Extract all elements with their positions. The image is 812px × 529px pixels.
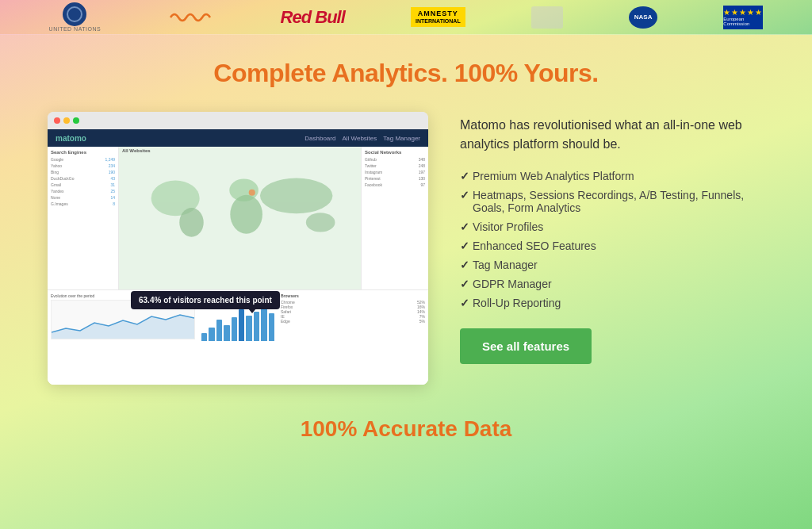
bottom-section: 100% Accurate Data	[0, 401, 812, 442]
social-networks-title: Social Networks	[365, 150, 425, 155]
browser-titlebar	[48, 112, 428, 129]
amnesty-box: AMNESTY INTERNATIONAL	[411, 7, 465, 27]
squiggle-icon	[167, 6, 214, 29]
sidebar-row-gmail: Gmail31	[51, 182, 115, 188]
check-icon-0: ✓	[460, 170, 469, 182]
feature-item-6: ✓ Roll-Up Reporting	[460, 293, 764, 312]
sidebar-row-yahoo: Yahoo234	[51, 163, 115, 169]
browser-stats: Browsers Chrome52% Firefox16% Safari14% …	[278, 290, 428, 385]
sidebar-row-google: Google1,249	[51, 156, 115, 163]
check-icon-4: ✓	[460, 259, 469, 271]
nasa-logo: NASA	[629, 6, 657, 29]
feature-item-1: ✓ Heatmaps, Sessions Recordings, A/B Tes…	[460, 186, 764, 217]
social-row-pinterest: Pinterest130	[365, 175, 425, 182]
sidebar-row-bing: Bing190	[51, 169, 115, 175]
mockup-container: matomo Dashboard All Websites Tag Manage…	[48, 112, 428, 385]
amnesty-logo: AMNESTY INTERNATIONAL	[411, 7, 465, 27]
eu-box: ★★★★★ European Commission	[723, 6, 763, 29]
un-circle-inner	[67, 6, 82, 22]
feature-item-4: ✓ Tag Manager	[460, 255, 764, 274]
redbull-logo: Red Bull	[281, 7, 345, 28]
funnel-tooltip: 63.4% of visitors reached this point	[131, 291, 280, 309]
main-headline: Complete Analytics. 100% Yours.	[48, 59, 764, 88]
world-map-svg	[119, 155, 361, 250]
sidebar-row-duckduckgo: DuckDuckGo43	[51, 175, 115, 182]
bar-6	[239, 309, 244, 341]
eu-text: European Commission	[723, 17, 763, 26]
feature-text-5: GDPR Manager	[473, 278, 552, 290]
browser-title: Browsers	[281, 293, 425, 298]
close-dot	[54, 117, 60, 124]
feature-text-0: Premium Web Analytics Platform	[473, 170, 634, 182]
partial-logo-box	[531, 6, 563, 29]
bar-4	[224, 325, 229, 341]
check-icon-2: ✓	[460, 220, 469, 233]
browser-frame: matomo Dashboard All Websites Tag Manage…	[48, 112, 428, 385]
social-row-twitter: Twitter248	[365, 163, 425, 169]
un-label: UNITED NATIONS	[49, 26, 102, 32]
feature-text-4: Tag Manager	[473, 259, 538, 271]
bar-5	[232, 317, 237, 341]
main-section: Complete Analytics. 100% Yours. matomo D…	[0, 35, 812, 401]
expand-dot	[73, 117, 79, 124]
nav-tag-manager[interactable]: Tag Manager	[383, 135, 420, 142]
right-text-panel: Matomo has revolutionised what an all-in…	[460, 112, 764, 364]
nasa-circle: NASA	[629, 6, 657, 29]
nav-all-websites[interactable]: All Websites	[342, 135, 377, 142]
feature-item-3: ✓ Enhanced SEO Features	[460, 236, 764, 255]
amnesty-subtext: INTERNATIONAL	[416, 18, 461, 25]
bar-10	[269, 313, 274, 341]
bar-9	[261, 305, 266, 341]
united-nations-logo: UNITED NATIONS	[49, 2, 102, 32]
svg-point-1	[179, 208, 204, 237]
svg-point-3	[230, 195, 262, 234]
minimize-dot	[63, 117, 70, 124]
redbull-text: Red Bull	[281, 7, 345, 28]
tagline-line1: Matomo has revolutionised what an all-in…	[460, 118, 742, 132]
check-icon-1: ✓	[460, 189, 469, 201]
check-icon-6: ✓	[460, 297, 469, 309]
eu-logo: ★★★★★ European Commission	[723, 6, 763, 29]
bar-1	[201, 333, 207, 341]
amnesty-text: AMNESTY	[416, 10, 461, 18]
nav-dashboard[interactable]: Dashboard	[304, 135, 335, 142]
sidebar-row-yandex: Yandex25	[51, 188, 115, 194]
sidebar-row-gimg: G.Images8	[51, 201, 115, 207]
squiggle-brand-logo	[167, 6, 214, 29]
partial-logo	[531, 6, 563, 29]
nasa-text: NASA	[634, 13, 653, 21]
social-row-github: Github348	[365, 156, 425, 163]
sidebar-row-none: None14	[51, 194, 115, 201]
feature-text-6: Roll-Up Reporting	[473, 297, 561, 309]
feature-text-1: Heatmaps, Sessions Recordings, A/B Testi…	[473, 189, 764, 214]
matomo-nav-items: Dashboard All Websites Tag Manager	[304, 135, 420, 142]
feature-text-3: Enhanced SEO Features	[473, 240, 596, 252]
svg-point-6	[249, 190, 255, 196]
see-all-features-button[interactable]: See all features	[460, 328, 592, 364]
tagline-line2: analytics platform should be.	[460, 137, 621, 151]
sidebar-title: Search Engines	[51, 150, 115, 155]
social-row-instagram: Instagram197	[365, 169, 425, 175]
bar-8	[254, 312, 259, 342]
features-list: ✓ Premium Web Analytics Platform ✓ Heatm…	[460, 167, 764, 312]
dashboard-content: Search Engines Google1,249 Yahoo234 Bing…	[48, 147, 428, 385]
check-icon-3: ✓	[460, 240, 469, 252]
un-circle	[63, 2, 86, 26]
social-row-facebook: Facebook97	[365, 182, 425, 188]
feature-item-2: ✓ Visitor Profiles	[460, 217, 764, 236]
matomo-navbar: matomo Dashboard All Websites Tag Manage…	[48, 129, 428, 147]
svg-point-5	[306, 213, 335, 232]
bar-7	[246, 316, 251, 342]
bar-3	[216, 320, 222, 342]
svg-point-4	[260, 178, 332, 214]
bar-2	[209, 328, 214, 342]
browser-row-edge: Edge5%	[281, 319, 425, 324]
feature-item-5: ✓ GDPR Manager	[460, 274, 764, 293]
bottom-headline: 100% Accurate Data	[48, 416, 764, 442]
feature-text-2: Visitor Profiles	[473, 220, 543, 233]
map-title: All Websites	[119, 147, 361, 155]
check-icon-5: ✓	[460, 278, 469, 290]
eu-stars: ★★★★★	[723, 8, 763, 17]
logo-bar: UNITED NATIONS Red Bull AMNESTY INTERNAT…	[0, 0, 812, 35]
tagline: Matomo has revolutionised what an all-in…	[460, 116, 764, 154]
